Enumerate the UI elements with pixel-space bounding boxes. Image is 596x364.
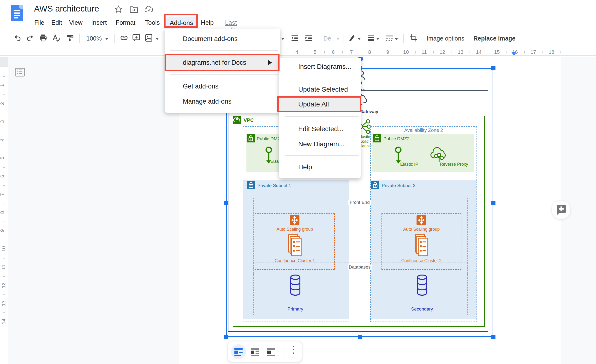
menu-insert[interactable]: Insert bbox=[91, 19, 107, 26]
selection-handle-bottom-right[interactable] bbox=[492, 335, 495, 339]
selection-handle-middle-left[interactable] bbox=[224, 201, 228, 205]
insert-image-caret-icon[interactable] bbox=[156, 38, 159, 40]
v-ruler-number: 3 bbox=[0, 120, 5, 123]
primary-database-icon bbox=[290, 274, 301, 296]
increase-indent-icon[interactable] bbox=[304, 34, 313, 42]
add-comment-button[interactable] bbox=[551, 200, 571, 219]
menu-item-manage-add-ons[interactable]: Manage add-ons bbox=[183, 98, 231, 105]
submenu-item-update-selected[interactable]: Update Selected bbox=[298, 86, 348, 93]
break-text-button[interactable] bbox=[264, 344, 279, 359]
inline-icon bbox=[234, 348, 243, 355]
replace-image-caret-icon[interactable] bbox=[511, 38, 514, 40]
hidden-control-caret-icon[interactable] bbox=[281, 38, 284, 40]
v-ruler-number: 2 bbox=[0, 102, 5, 105]
confluence-cluster-1-icon bbox=[288, 234, 302, 257]
v-ruler-tick bbox=[3, 240, 5, 240]
google-docs-logo[interactable] bbox=[11, 5, 23, 21]
selection-handle-bottom-center[interactable] bbox=[358, 335, 362, 339]
insert-image-icon[interactable] bbox=[144, 34, 153, 42]
h-ruler-number: 5 bbox=[313, 49, 316, 55]
h-ruler-tick bbox=[433, 51, 434, 53]
move-folder-icon[interactable] bbox=[130, 5, 138, 14]
v-ruler-number: 4 bbox=[0, 138, 5, 141]
undo-icon[interactable] bbox=[13, 34, 21, 42]
selection-handle-bottom-left[interactable] bbox=[224, 335, 228, 339]
decrease-indent-icon[interactable] bbox=[290, 34, 299, 42]
h-ruler-number: 4 bbox=[295, 49, 298, 55]
border-color-caret-icon[interactable] bbox=[358, 38, 361, 40]
add-comment-toolbar-icon[interactable] bbox=[132, 34, 141, 42]
h-ruler-tick bbox=[524, 51, 525, 53]
secondary-database-icon bbox=[417, 274, 428, 296]
v-ruler-number: 11 bbox=[0, 264, 6, 270]
border-dash-icon[interactable] bbox=[385, 34, 394, 42]
v-ruler-tick bbox=[3, 167, 5, 167]
v-ruler-tick bbox=[3, 258, 5, 258]
menu-item-document-add-ons[interactable]: Document add-ons bbox=[183, 35, 238, 43]
spell-check-icon[interactable] bbox=[52, 34, 61, 42]
confluence-cluster-2-label: Confluence Cluster 2 bbox=[381, 258, 462, 263]
zoom-caret-icon[interactable] bbox=[105, 38, 108, 40]
zoom-select[interactable]: 100% bbox=[86, 35, 102, 42]
crop-icon[interactable] bbox=[409, 34, 418, 42]
v-ruler-margin bbox=[0, 57, 8, 67]
v-ruler-tick bbox=[3, 131, 5, 131]
h-ruler-number: 6 bbox=[332, 49, 335, 55]
v-ruler-number: 1 bbox=[0, 84, 5, 87]
menu-help[interactable]: Help bbox=[201, 19, 214, 26]
auto-scaling-group-2-label: Auto Scaling group bbox=[381, 227, 462, 232]
menu-format[interactable]: Format bbox=[116, 19, 135, 26]
submenu-item-help[interactable]: Help bbox=[298, 163, 312, 171]
submenu-item-new-diagram[interactable]: New Diagram... bbox=[298, 140, 344, 148]
confluence-cluster-1-label: Confluence Cluster 1 bbox=[255, 258, 335, 263]
paragraph-style-fragment: De bbox=[323, 35, 331, 42]
private-subnet-1-label: Private Subnet 1 bbox=[257, 183, 291, 188]
style-caret-icon bbox=[336, 38, 340, 40]
submenu-item-edit-selected[interactable]: Edit Selected... bbox=[298, 125, 343, 133]
databases-label: Databases bbox=[348, 264, 372, 270]
inline-with-text-button[interactable] bbox=[231, 344, 246, 359]
h-ruler-number: 15 bbox=[494, 49, 499, 55]
docs-header: AWS architecture File Edit View Insert F… bbox=[0, 0, 596, 57]
subnet2-lock-icon bbox=[371, 181, 379, 189]
add-comment-icon bbox=[557, 205, 566, 213]
h-ruler-number: 11 bbox=[422, 49, 427, 55]
selection-handle-middle-right[interactable] bbox=[492, 201, 495, 205]
right-indent-marker[interactable] bbox=[511, 52, 517, 56]
cloud-status-icon[interactable] bbox=[144, 5, 154, 14]
image-options-button[interactable]: Image options bbox=[427, 35, 464, 42]
submenu-item-insert-diagrams[interactable]: Insert Diagrams... bbox=[298, 63, 351, 71]
menu-file[interactable]: File bbox=[34, 19, 45, 26]
v-ruler-tick bbox=[3, 113, 5, 113]
h-ruler-tick bbox=[506, 51, 507, 53]
border-weight-caret-icon[interactable] bbox=[376, 38, 380, 40]
menu-divider bbox=[170, 74, 278, 75]
print-icon[interactable] bbox=[39, 34, 47, 42]
insert-link-icon[interactable] bbox=[120, 34, 128, 42]
border-color-icon[interactable] bbox=[348, 34, 356, 42]
elastic-ip-2-label: Elastic IP bbox=[400, 162, 418, 167]
menu-item-get-add-ons[interactable]: Get add-ons bbox=[183, 83, 219, 90]
border-weight-icon[interactable] bbox=[367, 34, 375, 42]
redo-icon[interactable] bbox=[26, 34, 35, 42]
primary-database-label: Primary bbox=[279, 306, 312, 312]
paint-format-icon[interactable] bbox=[66, 34, 74, 42]
v-ruler-number: 8 bbox=[0, 211, 5, 214]
break-text-icon bbox=[267, 348, 275, 355]
wrap-text-button[interactable] bbox=[247, 344, 262, 359]
document-outline-icon[interactable] bbox=[15, 68, 25, 76]
more-options-icon[interactable]: ⋮ bbox=[289, 344, 298, 355]
confluence-cluster-2-icon bbox=[414, 234, 429, 257]
menu-tools[interactable]: Tools bbox=[145, 19, 160, 26]
selection-handle-top-right[interactable] bbox=[492, 66, 495, 70]
star-icon[interactable] bbox=[114, 5, 123, 14]
document-title[interactable]: AWS architecture bbox=[34, 4, 99, 14]
border-dash-caret-icon[interactable] bbox=[395, 38, 398, 40]
menu-view[interactable]: View bbox=[69, 19, 82, 26]
subnet1-lock-icon bbox=[247, 181, 255, 189]
menu-edit[interactable]: Edit bbox=[51, 19, 62, 26]
private-subnet-2-label: Private Subnet 2 bbox=[382, 183, 415, 188]
menu-divider bbox=[285, 116, 359, 117]
h-ruler-tick bbox=[324, 51, 325, 53]
replace-image-button[interactable]: Replace image bbox=[473, 35, 515, 42]
